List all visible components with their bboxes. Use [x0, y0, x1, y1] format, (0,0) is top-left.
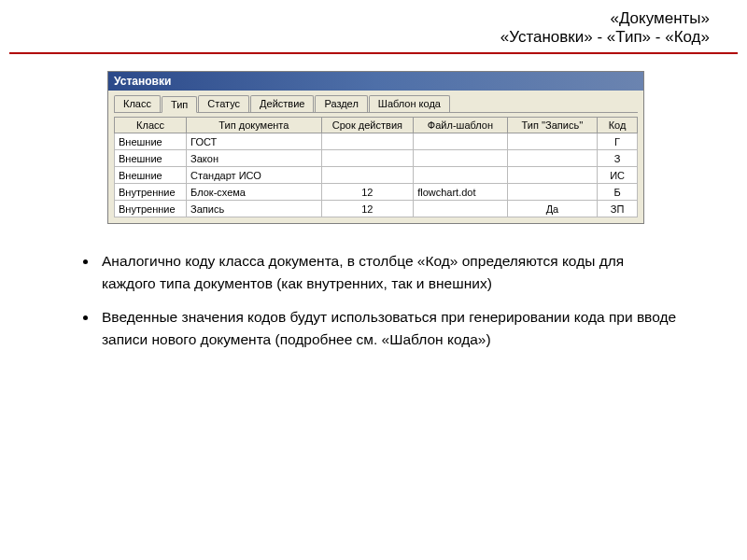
- table-row[interactable]: Внутренние Запись 12 Да ЗП: [115, 201, 638, 217]
- cell-file[interactable]: [414, 201, 508, 217]
- cell-file[interactable]: flowchart.dot: [414, 184, 508, 201]
- header-line1: «Документы»: [0, 9, 710, 28]
- cell-tipz[interactable]: Да: [507, 201, 597, 217]
- cell-srok[interactable]: [321, 150, 414, 167]
- cell-file[interactable]: [414, 167, 508, 184]
- cell-type[interactable]: ГОСТ: [187, 133, 322, 150]
- cell-code[interactable]: Г: [598, 133, 638, 150]
- tab-section[interactable]: Раздел: [315, 95, 367, 112]
- cell-class[interactable]: Внутренние: [115, 184, 187, 201]
- settings-window: Установки Класс Тип Статус Действие Разд…: [107, 71, 644, 224]
- tab-status[interactable]: Статус: [198, 95, 249, 112]
- cell-file[interactable]: [414, 133, 508, 150]
- tab-class[interactable]: Класс: [114, 95, 161, 112]
- cell-type[interactable]: Закон: [187, 150, 322, 167]
- table-row[interactable]: Внешние ГОСТ Г: [115, 133, 638, 150]
- cell-tipz[interactable]: [507, 167, 597, 184]
- cell-code[interactable]: ЗП: [598, 201, 638, 217]
- types-table[interactable]: Класс Тип документа Срок действия Файл-ш…: [114, 117, 638, 217]
- cell-srok[interactable]: [321, 133, 414, 150]
- col-header-code[interactable]: Код: [598, 118, 638, 133]
- description-list: Аналогично коду класса документа, в стол…: [98, 250, 682, 351]
- cell-code[interactable]: ИС: [598, 167, 638, 184]
- cell-tipz[interactable]: [507, 184, 597, 201]
- cell-srok[interactable]: 12: [321, 201, 414, 217]
- window-titlebar: Установки: [108, 72, 643, 91]
- cell-type[interactable]: Запись: [187, 201, 322, 217]
- col-header-srok[interactable]: Срок действия: [321, 118, 414, 133]
- tab-strip: Класс Тип Статус Действие Раздел Шаблон …: [108, 91, 643, 112]
- cell-class[interactable]: Внешние: [115, 167, 187, 184]
- cell-class[interactable]: Внешние: [115, 150, 187, 167]
- cell-tipz[interactable]: [507, 133, 597, 150]
- cell-srok[interactable]: [321, 167, 414, 184]
- header-line2: «Установки» - «Тип» - «Код»: [0, 28, 710, 47]
- bullet-2: Введенные значения кодов будут использов…: [98, 306, 682, 351]
- col-header-type[interactable]: Тип документа: [187, 118, 322, 133]
- cell-code[interactable]: З: [598, 150, 638, 167]
- col-header-class[interactable]: Класс: [115, 118, 187, 133]
- cell-class[interactable]: Внутренние: [115, 201, 187, 217]
- cell-srok[interactable]: 12: [321, 184, 414, 201]
- cell-code[interactable]: Б: [598, 184, 638, 201]
- cell-class[interactable]: Внешние: [115, 133, 187, 150]
- cell-type[interactable]: Блок-схема: [187, 184, 322, 201]
- cell-file[interactable]: [414, 150, 508, 167]
- table-row[interactable]: Внутренние Блок-схема 12 flowchart.dot Б: [115, 184, 638, 201]
- window-title: Установки: [114, 75, 171, 88]
- tab-type[interactable]: Тип: [162, 96, 197, 113]
- cell-tipz[interactable]: [507, 150, 597, 167]
- bullet-1: Аналогично коду класса документа, в стол…: [98, 250, 682, 295]
- col-header-tipz[interactable]: Тип ''Запись'': [507, 118, 597, 133]
- slide-header: «Документы» «Установки» - «Тип» - «Код»: [0, 0, 747, 52]
- tab-action[interactable]: Действие: [250, 95, 314, 112]
- header-underline: [9, 52, 738, 54]
- col-header-file[interactable]: Файл-шаблон: [414, 118, 508, 133]
- tab-code-template[interactable]: Шаблон кода: [369, 95, 450, 112]
- cell-type[interactable]: Стандарт ИСО: [187, 167, 322, 184]
- table-row[interactable]: Внешние Стандарт ИСО ИС: [115, 167, 638, 184]
- table-row[interactable]: Внешние Закон З: [115, 150, 638, 167]
- table-header-row: Класс Тип документа Срок действия Файл-ш…: [115, 118, 638, 133]
